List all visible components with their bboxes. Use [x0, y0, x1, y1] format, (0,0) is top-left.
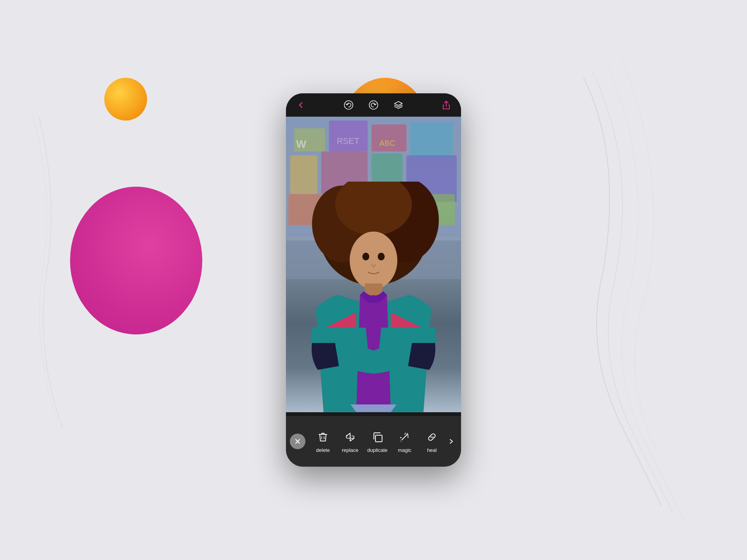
- top-bar-actions: [342, 98, 405, 112]
- undo-button[interactable]: [342, 98, 356, 112]
- svg-rect-6: [410, 122, 453, 158]
- toolbar-item-magic[interactable]: magic: [393, 430, 416, 453]
- top-bar: [286, 93, 461, 117]
- photo-content: W RSET ABC: [286, 117, 461, 412]
- svg-text:RSET: RSET: [337, 136, 359, 146]
- toolbar-item-delete[interactable]: delete: [311, 430, 335, 453]
- person-figure: [299, 182, 448, 412]
- replace-label: replace: [342, 447, 359, 453]
- layers-button[interactable]: [391, 98, 405, 112]
- svg-point-27: [378, 253, 385, 261]
- duplicate-label: duplicate: [367, 447, 388, 453]
- toolbar-item-duplicate[interactable]: duplicate: [366, 430, 389, 453]
- back-button[interactable]: [294, 98, 308, 112]
- duplicate-icon: [370, 430, 384, 444]
- trash-icon: [316, 430, 330, 444]
- svg-rect-5: [372, 124, 407, 152]
- svg-point-1: [369, 101, 378, 109]
- close-button[interactable]: [290, 434, 305, 449]
- bottom-toolbar: delete replace: [286, 416, 461, 467]
- more-tools-button[interactable]: [445, 436, 457, 447]
- image-canvas[interactable]: W RSET ABC: [286, 117, 461, 412]
- svg-point-26: [362, 253, 369, 261]
- heal-label: heal: [427, 447, 437, 453]
- toolbar-items-container: delete replace: [309, 430, 445, 453]
- svg-rect-28: [375, 435, 382, 442]
- bg-blob-magenta-left: [70, 187, 202, 334]
- svg-point-24: [350, 232, 398, 289]
- bg-circle-orange-left: [104, 78, 147, 121]
- share-button[interactable]: [439, 98, 453, 112]
- svg-text:ABC: ABC: [379, 139, 395, 147]
- heal-icon: [425, 430, 439, 444]
- magic-label: magic: [398, 447, 412, 453]
- redo-button[interactable]: [366, 98, 381, 112]
- svg-text:W: W: [296, 138, 307, 150]
- svg-point-32: [431, 436, 433, 438]
- toolbar-item-heal[interactable]: heal: [420, 430, 444, 453]
- replace-icon: [343, 430, 357, 444]
- phone-frame: W RSET ABC: [286, 93, 461, 467]
- toolbar-item-replace[interactable]: replace: [338, 430, 362, 453]
- delete-label: delete: [316, 447, 330, 453]
- magic-icon: [398, 430, 412, 444]
- svg-point-0: [344, 101, 353, 109]
